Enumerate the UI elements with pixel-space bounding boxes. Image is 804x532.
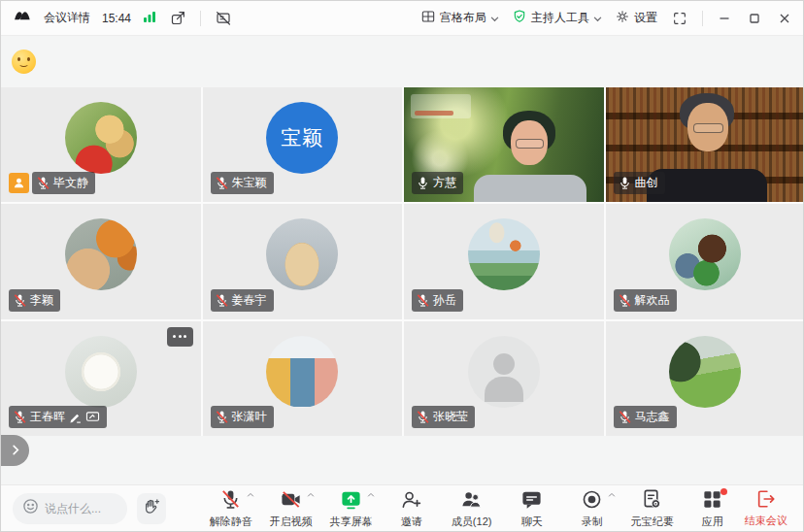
participant-tile-sunyue[interactable]: 孙岳 [404, 204, 604, 318]
transcription-disabled-icon[interactable] [213, 8, 234, 29]
chevron-up-icon[interactable] [307, 492, 315, 497]
chevron-up-icon[interactable] [608, 492, 616, 497]
bottom-toolbar: 解除静音 开启视频 共享屏幕 邀请 成员(12) 聊天 录制 [1, 484, 803, 531]
titlebar: 会议详情 15:44 宫格布局 主持人工具 [1, 1, 803, 36]
participant-name-tag: 张潇叶 [211, 406, 274, 428]
toolbar-unmute-button[interactable]: 解除静音 [201, 486, 261, 531]
close-button[interactable] [776, 10, 793, 27]
mic-muted-icon [14, 410, 26, 424]
end-meeting-button[interactable]: 结束会议 [743, 488, 789, 528]
next-page-button[interactable] [1, 435, 29, 466]
layout-menu-button[interactable]: 宫格布局 [420, 9, 499, 27]
settings-button[interactable]: 设置 [615, 9, 657, 27]
participant-name: 李颖 [30, 292, 53, 309]
end-meeting-label: 结束会议 [745, 514, 787, 528]
record-icon [581, 488, 603, 514]
raise-hand-button[interactable] [137, 493, 166, 524]
toolbar-yuanbao-summary-button[interactable]: 元宝纪要 [622, 486, 683, 531]
meeting-time: 15:44 [102, 12, 131, 25]
toolbar-start-video-button[interactable]: 开启视频 [261, 486, 321, 531]
toolbar-record-label: 录制 [582, 515, 603, 529]
maximize-button[interactable] [746, 10, 763, 27]
participant-name-tag: 孙岳 [412, 289, 463, 312]
woman-red-dress-photo-avatar [65, 102, 137, 174]
participant-name: 方慧 [433, 175, 456, 191]
mic-on-icon [619, 176, 631, 190]
mic-muted-icon [417, 410, 429, 424]
fullscreen-icon[interactable] [670, 9, 689, 28]
minimize-button[interactable] [716, 10, 733, 27]
participant-tile-zhubaoying[interactable]: 宝颖 朱宝颖 [203, 87, 403, 202]
watermelon-illustration-avatar [669, 218, 741, 290]
participant-tile-quchuang[interactable]: 曲创 [606, 87, 804, 202]
host-tools-menu-button[interactable]: 主持人工具 [512, 9, 602, 27]
participant-name: 孙岳 [433, 292, 456, 309]
person-add-icon [400, 488, 422, 514]
pen-icon [69, 411, 82, 424]
meeting-window: 会议详情 15:44 宫格布局 主持人工具 [0, 0, 804, 532]
toolbar-chat-button[interactable]: 聊天 [502, 486, 562, 531]
toolbar-members-label: 成员(12) [452, 515, 492, 529]
participant-tile-biwenjing[interactable]: 毕文静 [1, 87, 201, 202]
participant-name-tag: 王春晖 [9, 406, 107, 428]
tencent-meeting-logo-icon [13, 7, 32, 30]
puppy-photo-avatar [266, 218, 338, 290]
divider [702, 11, 703, 26]
participant-tile-liying[interactable]: 李颖 [1, 204, 201, 318]
toolbar-invite-label: 邀请 [401, 515, 422, 529]
chevron-up-icon[interactable] [247, 492, 254, 497]
reaction-emoji [12, 50, 36, 74]
toolbar-start-video-label: 开启视频 [270, 515, 313, 529]
plush-autumn-photo-avatar [65, 218, 137, 290]
participant-name: 王春晖 [30, 409, 65, 425]
participant-tile-mazhixin[interactable]: 马志鑫 [606, 321, 804, 436]
chevron-right-icon [12, 444, 19, 458]
participant-name-tag: 曲创 [614, 172, 665, 194]
chevron-up-icon[interactable] [367, 492, 375, 497]
toolbar-record-button[interactable]: 录制 [562, 486, 622, 531]
participant-tile-xiehuanpin[interactable]: 解欢品 [606, 204, 804, 318]
raise-hand-icon [142, 497, 161, 519]
shield-check-icon [512, 9, 527, 27]
toolbar-share-screen-label: 共享屏幕 [330, 515, 373, 529]
toolbar-yuanbao-summary-label: 元宝纪要 [631, 515, 674, 529]
members-icon [460, 488, 483, 514]
chat-bubble-icon [520, 488, 543, 514]
participant-tile-wangchunhui[interactable]: 王春晖 [1, 321, 201, 436]
participant-name: 朱宝颖 [232, 175, 267, 191]
mic-muted-icon [219, 488, 242, 514]
gear-icon [615, 9, 630, 27]
participant-name-tag: 马志鑫 [614, 406, 677, 428]
mic-muted-icon [619, 410, 631, 424]
screen-share-icon [340, 488, 362, 514]
meeting-details-button[interactable]: 会议详情 [44, 10, 90, 26]
smiley-icon[interactable] [22, 498, 39, 518]
participant-tile-zhangmanye[interactable]: 张潇叶 [203, 321, 403, 436]
participant-tile-zhangxiaoying[interactable]: 张晓莹 [404, 321, 604, 436]
colorful-houses-photo-avatar [266, 336, 338, 408]
beach-photo-avatar [468, 218, 540, 290]
participant-name-tag: 方慧 [412, 172, 463, 194]
participant-grid: 毕文静 宝颖 朱宝颖 方慧 [1, 87, 804, 436]
chevron-down-icon [490, 12, 499, 25]
participant-tile-fanghui[interactable]: 方慧 [404, 87, 604, 202]
open-external-icon[interactable] [168, 8, 188, 28]
toolbar-apps-button[interactable]: 应用 [683, 486, 743, 531]
participant-name: 张晓莹 [433, 409, 468, 425]
toolbar-share-screen-button[interactable]: 共享屏幕 [321, 486, 382, 531]
camera-muted-icon [280, 488, 302, 514]
network-signal-icon[interactable] [143, 10, 156, 27]
toolbar-invite-button[interactable]: 邀请 [382, 486, 442, 531]
mic-muted-icon [37, 176, 50, 190]
quick-chat-input[interactable] [45, 502, 118, 515]
participant-name-tag: 张晓莹 [412, 406, 475, 428]
toolbar-members-button[interactable]: 成员(12) [442, 486, 502, 531]
quick-chat-pill[interactable] [13, 493, 127, 524]
participant-tile-jiangchunyu[interactable]: 姜春宇 [203, 204, 403, 318]
green-pasture-photo-avatar [669, 336, 741, 408]
mic-muted-icon [216, 176, 228, 190]
mic-muted-icon [417, 293, 429, 308]
mic-muted-icon [216, 293, 228, 308]
more-options-button[interactable] [167, 327, 193, 347]
mic-on-icon [417, 176, 429, 190]
